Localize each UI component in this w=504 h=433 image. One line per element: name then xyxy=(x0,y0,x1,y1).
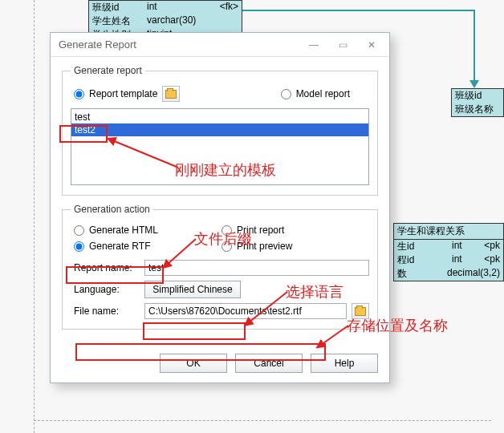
cell: <pk xyxy=(484,240,500,253)
radio-input[interactable] xyxy=(222,241,232,252)
browse-file-button[interactable] xyxy=(352,303,369,319)
group-generate-report: Generate report Report template Model re… xyxy=(62,65,378,196)
folder-icon xyxy=(355,307,366,316)
titlebar[interactable]: Generate Report — ▭ ✕ xyxy=(51,33,389,57)
radio-generate-html[interactable]: Generate HTML xyxy=(74,225,222,236)
radio-label: Generate HTML xyxy=(89,225,158,236)
radio-input[interactable] xyxy=(74,225,84,236)
radio-generate-rtf[interactable]: Generate RTF xyxy=(74,241,222,252)
maximize-button[interactable]: ▭ xyxy=(328,35,357,55)
guide-vline xyxy=(34,0,35,433)
radio-input[interactable] xyxy=(222,225,232,236)
cell: int xyxy=(147,1,157,14)
cell: 班级名称 xyxy=(455,103,500,116)
radio-label: Model report xyxy=(296,88,350,99)
cell: 学生姓名 xyxy=(92,14,137,28)
radio-model-report[interactable]: Model report xyxy=(281,88,350,99)
rel-arrow xyxy=(469,80,479,88)
radio-input[interactable] xyxy=(74,89,84,99)
ok-button[interactable]: OK xyxy=(160,354,227,373)
cell: 程id xyxy=(397,253,442,267)
radio-input[interactable] xyxy=(74,241,84,252)
radio-print-preview[interactable]: Print preview xyxy=(222,241,369,252)
radio-label: Print preview xyxy=(237,241,292,252)
bg-table-br: 学生和课程关系 生idint<pk 程idint<pk 数decimal(3,2… xyxy=(393,223,504,281)
cell: <fk> xyxy=(220,1,238,14)
cell: 班级id xyxy=(455,89,500,103)
label-language: Language: xyxy=(74,284,140,295)
legend: Generate report xyxy=(71,65,145,76)
radio-label: Print report xyxy=(237,225,284,236)
label-file-name: File name: xyxy=(74,306,140,317)
radio-input[interactable] xyxy=(281,89,291,99)
button-bar: OK Cancel Help xyxy=(51,347,389,382)
bg-table-right: 班级id 班级名称 xyxy=(451,88,504,117)
template-listbox[interactable]: test test2 xyxy=(71,108,369,185)
radio-print-report[interactable]: Print report xyxy=(222,225,369,236)
radio-report-template[interactable]: Report template xyxy=(74,88,157,99)
cell: decimal(3,2) xyxy=(447,267,500,281)
rel-line-h xyxy=(242,10,475,11)
close-button[interactable]: ✕ xyxy=(357,35,386,55)
dialog-title: Generate Report xyxy=(59,38,299,51)
browse-template-button[interactable] xyxy=(162,86,180,102)
table-title: 学生和课程关系 xyxy=(394,224,503,240)
list-item-selected[interactable]: test2 xyxy=(71,123,368,136)
help-button[interactable]: Help xyxy=(311,354,378,373)
list-item[interactable]: test xyxy=(71,111,368,123)
radio-label: Generate RTF xyxy=(89,241,150,252)
cell: 班级id xyxy=(92,1,137,14)
rel-line-v xyxy=(474,10,475,82)
file-name-input[interactable] xyxy=(144,303,347,319)
minimize-button[interactable]: — xyxy=(299,35,328,55)
report-name-input[interactable] xyxy=(144,260,369,276)
language-button[interactable]: Simplified Chinese xyxy=(144,281,241,298)
cell: 数 xyxy=(397,267,437,281)
cell: int xyxy=(452,253,462,267)
folder-icon xyxy=(165,90,177,99)
cell: <pk xyxy=(484,253,500,267)
cell: int xyxy=(452,240,462,253)
cancel-button[interactable]: Cancel xyxy=(235,354,303,373)
group-generation-action: Generation action Generate HTML Print re… xyxy=(62,204,378,330)
guide-hline xyxy=(34,420,491,421)
legend: Generation action xyxy=(71,204,153,215)
radio-label: Report template xyxy=(89,88,157,99)
generate-report-dialog: Generate Report — ▭ ✕ Generate report Re… xyxy=(50,32,390,383)
label-report-name: Report name: xyxy=(74,262,140,273)
cell: 生id xyxy=(397,240,442,253)
cell: varchar(30) xyxy=(147,14,196,28)
